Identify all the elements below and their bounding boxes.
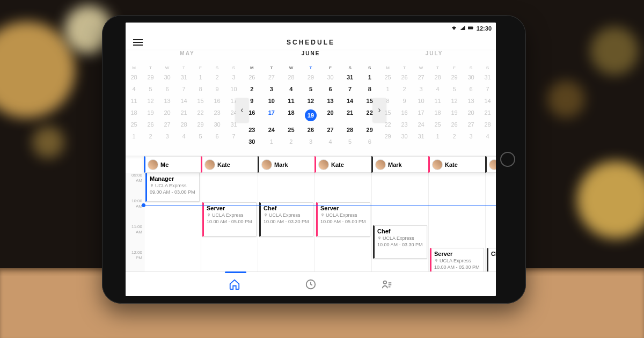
month-prev[interactable]: MAY	[126, 50, 249, 64]
wifi-icon	[451, 25, 457, 32]
calendar-day[interactable]: 26	[242, 71, 262, 83]
calendar-next-month: MTWTFSS252627282930311234567891011121314…	[379, 64, 496, 156]
avatar	[148, 159, 158, 170]
calendar-day-muted: 6	[463, 83, 479, 95]
calendar-day[interactable]: 17	[262, 107, 282, 124]
employee-chip[interactable]: Kate	[428, 156, 485, 173]
calendar-day-muted: 22	[192, 107, 209, 119]
calendar-day[interactable]: 7	[340, 83, 360, 95]
home-icon[interactable]	[229, 278, 240, 290]
calendar-day[interactable]: 28	[281, 71, 301, 83]
calendar-day[interactable]: 3	[301, 136, 321, 148]
menu-icon[interactable]	[133, 38, 143, 47]
calendar-day[interactable]: 20	[320, 107, 340, 124]
status-bar: 12:30	[126, 23, 496, 34]
time-label: 10:00 AM	[126, 199, 142, 224]
calendar-day[interactable]: 23	[242, 124, 262, 136]
calendar-day-muted: 2	[209, 71, 225, 83]
bottom-nav	[126, 271, 496, 296]
calendar-day[interactable]: 5	[301, 83, 321, 95]
employee-chip[interactable]: Mark	[371, 156, 428, 173]
employee-chip[interactable]: Me	[144, 156, 201, 173]
calendar-day[interactable]: 8	[360, 83, 379, 95]
calendar-day[interactable]: 2	[242, 83, 262, 95]
employee-chip[interactable]: Kate	[201, 156, 258, 173]
calendar-day[interactable]: 19	[301, 107, 321, 124]
calendar-day[interactable]: 3	[262, 83, 282, 95]
weekday-header: S	[340, 64, 360, 71]
month-next[interactable]: JULY	[372, 50, 496, 64]
employee-chip-partial[interactable]	[485, 156, 496, 173]
calendar-day-muted: 2	[396, 83, 413, 95]
shift-card-partial[interactable]: Ch	[487, 248, 496, 271]
calendar-day-muted: 14	[479, 95, 496, 107]
calendar-day[interactable]: 30	[320, 71, 340, 83]
calendar-day-muted: 28	[126, 71, 142, 83]
employee-chip[interactable]: Mark	[258, 156, 314, 173]
calendar-day[interactable]: 30	[242, 136, 262, 148]
employee-row[interactable]: MeKateMarkKateMarkKate	[144, 156, 496, 173]
calendar-day[interactable]: 6	[360, 136, 379, 148]
calendar-day[interactable]: 13	[320, 95, 340, 107]
calendar-day-muted: 24	[413, 119, 429, 130]
calendar-day[interactable]: 29	[301, 71, 321, 83]
calendar-day[interactable]: 6	[320, 83, 340, 95]
calendar-day-muted: 1	[192, 71, 209, 83]
chevron-left-icon[interactable]: ‹	[236, 98, 248, 122]
calendar-day-muted: 20	[463, 107, 479, 119]
calendar-day[interactable]: 1	[262, 136, 282, 148]
tablet-home-button[interactable]	[500, 152, 515, 167]
calendar-day[interactable]: 12	[301, 95, 321, 107]
calendar-day-muted: 15	[379, 107, 396, 119]
calendar-day[interactable]: 28	[340, 124, 360, 136]
calendar-day-muted: 19	[446, 107, 463, 119]
calendar-day-muted: 23	[396, 119, 413, 130]
shift-role: Chef	[377, 228, 424, 234]
calendar-day-muted: 3	[463, 130, 479, 142]
calendar-day[interactable]: 4	[281, 83, 301, 95]
calendar-day-muted: 18	[126, 107, 142, 119]
calendar-day-muted: 7	[479, 83, 496, 95]
avatar	[318, 159, 329, 170]
shift-card[interactable]: Server UCLA Express10.00 AM - 05.00 PM	[202, 202, 257, 237]
shift-card[interactable]: Manager UCLA Express09.00 AM - 03.00 PM	[145, 173, 200, 202]
calendar-day[interactable]: 21	[340, 107, 360, 124]
shift-card[interactable]: Server UCLA Express10.00 AM - 05.00 PM	[430, 248, 484, 271]
employee-name: Mark	[274, 161, 288, 168]
calendar-day[interactable]: 4	[320, 136, 340, 148]
calendar-day[interactable]: 10	[262, 95, 282, 107]
calendar-day-muted: 21	[479, 107, 496, 119]
schedule-column: Server UCLA Express10.00 AM - 05.00 PM	[201, 173, 258, 271]
time-label: 12:00 PM	[126, 250, 142, 271]
calendar-day[interactable]: 2	[281, 136, 301, 148]
employee-chip[interactable]: Kate	[314, 156, 371, 173]
clock-icon[interactable]	[305, 278, 317, 290]
weekday-header: T	[301, 64, 321, 71]
status-time: 12:30	[477, 25, 492, 32]
calendar-day[interactable]: 25	[281, 124, 301, 136]
calendar-day[interactable]: 24	[262, 124, 282, 136]
calendar-day[interactable]: 31	[340, 71, 360, 83]
shift-card[interactable]: Server UCLA Express10.00 AM - 05.00 PM	[316, 202, 370, 237]
calendar-day[interactable]: 14	[340, 95, 360, 107]
calendar-day[interactable]: 29	[360, 124, 379, 136]
schedule-column: Chef UCLA Express10.00 AM - 03.30 PM	[258, 173, 314, 271]
calendar-day[interactable]: 11	[281, 95, 301, 107]
shift-role: Ch	[491, 251, 496, 257]
calendar-day-muted: 2	[446, 130, 463, 142]
calendar-day[interactable]: 27	[262, 71, 282, 83]
shift-card[interactable]: Chef UCLA Express10.00 AM - 03.30 PM	[259, 202, 313, 237]
calendar-day[interactable]: 1	[360, 71, 379, 83]
calendar-day-muted: 30	[159, 71, 175, 83]
shift-time: 10.00 AM - 03.30 PM	[264, 219, 310, 224]
people-icon[interactable]	[381, 278, 393, 290]
calendar-day-muted: 31	[413, 130, 429, 142]
calendar-day[interactable]: 5	[340, 136, 360, 148]
calendar-day[interactable]: 18	[281, 107, 301, 124]
schedule-timeline[interactable]: 09:00 AM10:00 AM11:00 AM12:00 PM01:00 PM…	[126, 173, 496, 271]
avatar	[204, 159, 215, 170]
calendar-day[interactable]: 26	[301, 124, 321, 136]
calendar-day-muted: 5	[192, 130, 209, 142]
calendar-day[interactable]: 27	[320, 124, 340, 136]
shift-card[interactable]: Chef UCLA Express10.00 AM - 03.30 PM	[373, 225, 427, 259]
